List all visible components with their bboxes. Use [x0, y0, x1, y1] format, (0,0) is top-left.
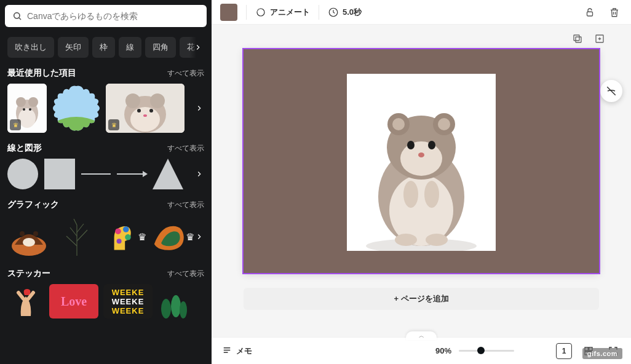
sticker-2-text: Love — [61, 295, 87, 309]
svg-point-17 — [149, 109, 153, 113]
shape-square[interactable] — [44, 159, 75, 189]
lock-button[interactable] — [582, 4, 598, 20]
animate-label: アニメート — [270, 7, 310, 18]
graphics-row: ♛ ♛ — [7, 215, 204, 258]
graphic-1[interactable] — [7, 215, 50, 258]
recent-thumb-1[interactable]: ♛ — [7, 84, 47, 133]
svg-point-6 — [28, 97, 38, 107]
elements-sidebar: 吹き出し 矢印 枠 線 四角 花 最近使用した項目 すべて表示 ♛ ♛ — [0, 0, 212, 364]
shape-circle[interactable] — [7, 159, 38, 189]
sticker-2[interactable]: Love — [49, 284, 98, 318]
section-lines: 線と図形 すべて表示 — [0, 140, 212, 197]
recent-next[interactable] — [192, 90, 207, 127]
animate-button[interactable]: アニメート — [255, 7, 310, 18]
zoom-slider[interactable] — [459, 350, 514, 352]
sticker-3-line2: WEEKE — [112, 297, 145, 306]
zoom-label[interactable]: 90% — [435, 346, 451, 355]
section-recent: 最近使用した項目 すべて表示 ♛ ♛ — [0, 65, 212, 140]
shape-line[interactable] — [81, 173, 111, 175]
animate-icon — [255, 7, 266, 18]
divider — [246, 5, 247, 20]
bottom-bar: ︿ メモ 90% 1 — [212, 337, 631, 364]
crown-icon: ♛ — [10, 119, 21, 130]
svg-point-29 — [180, 301, 187, 318]
chip-line[interactable]: 線 — [119, 37, 141, 58]
sticker-3-line1: WEEKE — [112, 288, 145, 297]
add-page-icon[interactable] — [592, 31, 608, 47]
hide-ui-fab[interactable] — [600, 80, 622, 102]
notes-button[interactable]: メモ — [221, 346, 252, 357]
chips-next[interactable] — [189, 35, 207, 60]
graphic-4[interactable]: ♛ — [151, 215, 194, 258]
svg-point-41 — [400, 141, 442, 176]
see-all-graphics[interactable]: すべて表示 — [167, 200, 204, 210]
search-input[interactable] — [27, 11, 199, 21]
notes-label: メモ — [236, 346, 252, 357]
svg-point-8 — [29, 108, 31, 111]
section-stickers: ステッカー すべて表示 Love WEEKE WEEKE WEEKE — [0, 266, 212, 326]
svg-point-16 — [137, 109, 141, 113]
svg-point-23 — [115, 228, 121, 234]
shape-triangle[interactable] — [153, 159, 183, 189]
sticker-4[interactable] — [157, 284, 187, 318]
sticker-1[interactable] — [7, 284, 44, 318]
duplicate-page[interactable] — [569, 31, 585, 47]
lines-row — [7, 159, 204, 189]
sticker-3-line3: WEEKE — [112, 306, 145, 315]
notes-icon — [221, 346, 232, 357]
crown-icon: ♛ — [108, 119, 119, 130]
bg-color-swatch[interactable] — [220, 4, 237, 21]
svg-point-20 — [23, 238, 35, 247]
delete-button[interactable] — [606, 4, 622, 20]
watermark: gifs.com — [582, 348, 622, 359]
page-indicator[interactable]: 1 — [556, 343, 572, 359]
svg-rect-33 — [576, 37, 581, 42]
section-header-graphics: グラフィック すべて表示 — [7, 199, 204, 210]
duration-button[interactable]: 5.0秒 — [328, 7, 362, 18]
svg-point-49 — [403, 181, 418, 208]
chip-square[interactable]: 四角 — [145, 37, 176, 58]
graphic-2[interactable] — [55, 215, 98, 258]
chip-arrow[interactable]: 矢印 — [58, 37, 89, 58]
crown-icon: ♛ — [138, 231, 146, 243]
shape-arrow[interactable] — [117, 173, 146, 175]
stickers-row: Love WEEKE WEEKE WEEKE — [7, 284, 204, 318]
add-page-button[interactable]: + ページを追加 — [244, 288, 599, 310]
collapse-bottom[interactable]: ︿ — [406, 331, 437, 340]
search-box[interactable] — [5, 5, 207, 27]
graphic-3[interactable]: ♛ — [103, 215, 146, 258]
see-all-recent[interactable]: すべて表示 — [167, 68, 204, 79]
svg-point-14 — [125, 93, 140, 108]
svg-point-46 — [407, 141, 415, 149]
canvas-area[interactable]: + ページを追加 — [212, 25, 631, 337]
category-chips: 吹き出し 矢印 枠 線 四角 花 — [0, 32, 212, 65]
canvas-image[interactable] — [347, 74, 496, 251]
svg-rect-32 — [587, 12, 593, 16]
recent-row: ♛ ♛ — [7, 84, 204, 133]
svg-point-52 — [426, 234, 448, 246]
svg-point-18 — [143, 114, 147, 117]
section-title-lines: 線と図形 — [7, 143, 42, 154]
sticker-3[interactable]: WEEKE WEEKE WEEKE — [103, 284, 153, 318]
chip-speech-bubble[interactable]: 吹き出し — [7, 37, 54, 58]
svg-point-25 — [125, 234, 131, 240]
svg-point-28 — [171, 295, 181, 317]
svg-point-44 — [392, 118, 405, 130]
recent-thumb-3[interactable]: ♛ — [106, 84, 185, 133]
divider — [319, 5, 319, 20]
page-actions — [569, 31, 608, 47]
zoom-thumb[interactable] — [477, 347, 485, 354]
context-toolbar: アニメート 5.0秒 — [212, 0, 631, 25]
svg-point-5 — [16, 97, 26, 107]
graphics-next[interactable] — [192, 218, 207, 255]
see-all-lines[interactable]: すべて表示 — [167, 143, 204, 154]
svg-point-13 — [130, 107, 160, 132]
svg-point-26 — [117, 239, 122, 243]
recent-thumb-2[interactable] — [52, 84, 101, 133]
see-all-stickers[interactable]: すべて表示 — [167, 269, 204, 279]
svg-point-50 — [424, 181, 439, 208]
canvas-page[interactable] — [244, 49, 599, 273]
lines-next[interactable] — [192, 156, 207, 192]
chip-frame[interactable]: 枠 — [92, 37, 115, 58]
zoom-control: 90% — [435, 346, 514, 355]
